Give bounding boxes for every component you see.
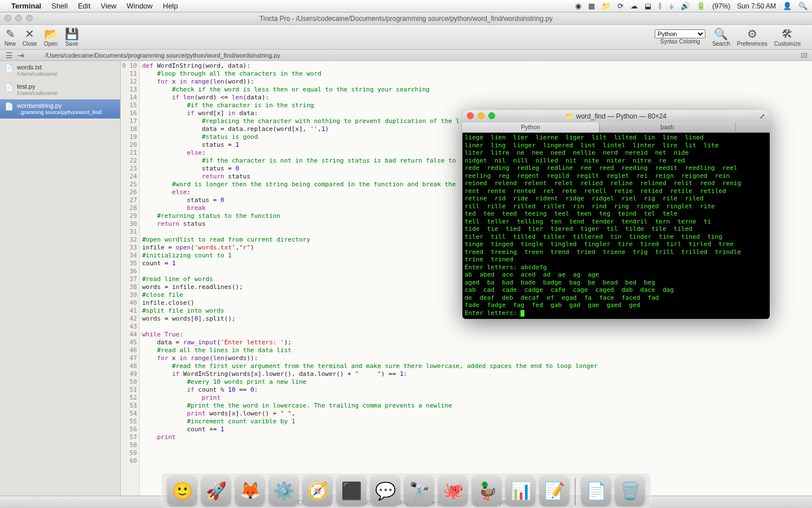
file-sidebar: 📄words.txt/Users/codecaine/📄test.py/User… xyxy=(0,61,121,496)
terminal-output[interactable]: liege lien lier lierne liger lilt lilted… xyxy=(462,133,770,319)
dock-app-activity[interactable]: 📊 xyxy=(506,476,535,505)
dock-document[interactable]: 📄 xyxy=(581,476,611,505)
folder-icon[interactable]: 📁 xyxy=(602,2,611,10)
volume-icon[interactable]: 🔊 xyxy=(681,2,690,10)
terminal-tab-bash[interactable]: bash xyxy=(599,122,736,133)
menulet-icon[interactable]: ◉ xyxy=(575,2,581,10)
expand-icon[interactable]: ⤢ xyxy=(760,112,765,120)
minimize-icon[interactable] xyxy=(15,15,22,21)
menu-edit[interactable]: Edit xyxy=(78,2,90,10)
dock-trash[interactable]: 🗑️ xyxy=(615,476,645,505)
battery-percent: (97%) xyxy=(712,2,730,10)
syntax-dropdown[interactable]: Python xyxy=(655,29,705,38)
menu-view[interactable]: View xyxy=(101,2,117,10)
bluetooth-icon[interactable]: ᛒ xyxy=(658,2,663,10)
zoom-icon[interactable] xyxy=(26,15,33,21)
close-icon[interactable] xyxy=(467,112,474,119)
dock-app-messages[interactable]: 💬 xyxy=(370,476,400,505)
terminal-titlebar[interactable]: 📁 word_find — Python — 80×24 ⤢ xyxy=(462,110,770,122)
gear-icon: ⚙ xyxy=(747,27,757,41)
file-item[interactable]: 📄wordsinstring.py...gramming source/pyth… xyxy=(0,99,120,119)
search-icon: 🔍 xyxy=(714,27,728,41)
open-file-icon: 📂 xyxy=(44,27,58,41)
dock-separator xyxy=(575,478,576,505)
cloud-icon[interactable]: ☁ xyxy=(630,2,638,10)
dock-app-octopus[interactable]: 🐙 xyxy=(438,476,467,505)
dock[interactable]: 🙂🚀🦊⚙️🧭⬛💬🔭🐙🦆📊📝📄🗑️ xyxy=(161,473,651,508)
terminal-cursor xyxy=(520,310,524,317)
wifi-icon[interactable]: ⏚ xyxy=(669,2,674,10)
dock-app-binoculars[interactable]: 🔭 xyxy=(404,476,434,505)
menu-help[interactable]: Help xyxy=(163,2,178,10)
close-icon[interactable] xyxy=(5,15,11,21)
preferences-button[interactable]: ⚙Preferences xyxy=(737,27,767,47)
app-menu: Terminal Shell Edit View Window Help xyxy=(11,2,178,10)
spotlight-icon[interactable]: 🔍 xyxy=(798,2,807,10)
file-icon: 📄 xyxy=(5,83,14,93)
menubar-right: ◉ ▦ 📁 ⟳ ☁ ⬓ ᛒ ⏚ 🔊 🔋 (97%) Sun 7:50 AM 👤 … xyxy=(575,2,807,10)
save-button[interactable]: 💾Save xyxy=(65,27,79,47)
file-item[interactable]: 📄test.py/Users/codecaine/ xyxy=(0,80,120,99)
dock-app-textedit[interactable]: 📝 xyxy=(540,476,569,505)
syntax-coloring-select[interactable]: Python Syntax Coloring xyxy=(655,29,705,45)
indent-icon[interactable]: ⇥ xyxy=(17,51,24,60)
dock-app-launchpad[interactable]: 🚀 xyxy=(201,476,231,505)
battery-icon[interactable]: 🔋 xyxy=(696,2,705,10)
dock-app-adium[interactable]: 🦆 xyxy=(472,476,501,505)
dock-app-settings[interactable]: ⚙️ xyxy=(269,476,298,505)
window-traffic-lights[interactable] xyxy=(5,15,33,21)
terminal-tabs: Python bash xyxy=(462,122,770,133)
window-title: Tincta Pro - /Users/codecaine/Documents/… xyxy=(259,15,553,23)
tools-icon: 🛠 xyxy=(782,27,793,41)
dropbox-icon[interactable]: ⬓ xyxy=(645,2,651,10)
new-file-icon: ✎ xyxy=(6,27,15,41)
terminal-window[interactable]: 📁 word_find — Python — 80×24 ⤢ Python ba… xyxy=(462,110,770,319)
dock-app-terminal[interactable]: ⬛ xyxy=(337,476,366,505)
dock-app-safari-like[interactable]: 🧭 xyxy=(303,476,332,505)
file-icon: 📄 xyxy=(5,64,14,73)
terminal-tab-python[interactable]: Python xyxy=(462,122,599,133)
file-path: ...gramming source/python/word_find/ xyxy=(17,110,116,116)
dock-app-firefox[interactable]: 🦊 xyxy=(235,476,264,505)
terminal-title: word_find — Python — 80×24 xyxy=(576,112,667,120)
open-button[interactable]: 📂Open xyxy=(44,27,58,47)
editor-toolbar: ✎New ✕Close 📂Open 💾Save Python Syntax Co… xyxy=(0,25,812,50)
menu-shell[interactable]: Shell xyxy=(51,2,68,10)
save-file-icon: 💾 xyxy=(65,27,79,41)
sync-icon[interactable]: ⟳ xyxy=(617,2,624,10)
clock[interactable]: Sun 7:50 AM xyxy=(737,2,776,10)
split-view-icon[interactable]: ▯▯ xyxy=(801,51,807,59)
line-gutter: 9 10 11 12 13 14 15 16 17 18 19 20 21 22… xyxy=(121,61,140,496)
zoom-icon[interactable] xyxy=(488,112,495,119)
window-titlebar[interactable]: Tincta Pro - /Users/codecaine/Documents/… xyxy=(0,12,812,25)
close-button[interactable]: ✕Close xyxy=(23,27,37,47)
terminal-traffic-lights[interactable] xyxy=(467,112,495,119)
search-button[interactable]: 🔍Search xyxy=(712,27,730,47)
minimize-icon[interactable] xyxy=(478,112,484,119)
user-icon[interactable]: 👤 xyxy=(783,2,792,10)
folder-icon: 📁 xyxy=(566,112,574,120)
document-path: /Users/codecaine/Documents/programming s… xyxy=(45,52,280,59)
file-path: /Users/codecaine/ xyxy=(17,90,116,97)
file-name: test.py xyxy=(17,82,116,90)
file-path: /Users/codecaine/ xyxy=(17,71,116,78)
list-view-icon[interactable]: ☰ xyxy=(6,51,13,60)
file-item[interactable]: 📄words.txt/Users/codecaine/ xyxy=(0,61,120,80)
app-name[interactable]: Terminal xyxy=(11,2,41,10)
macos-menubar: Terminal Shell Edit View Window Help ◉ ▦… xyxy=(0,0,812,12)
new-button[interactable]: ✎New xyxy=(5,27,16,47)
customize-button[interactable]: 🛠Customize xyxy=(774,27,801,47)
dock-app-finder[interactable]: 🙂 xyxy=(167,476,197,505)
menulet-icon[interactable]: ▦ xyxy=(588,2,595,10)
file-icon: 📄 xyxy=(5,102,14,112)
menu-window[interactable]: Window xyxy=(127,2,153,10)
document-pathbar: ☰ ⇥ /Users/codecaine/Documents/programmi… xyxy=(0,50,812,61)
file-name: wordsinstring.py xyxy=(17,102,116,110)
close-file-icon: ✕ xyxy=(25,27,34,41)
file-name: words.txt xyxy=(17,63,116,71)
